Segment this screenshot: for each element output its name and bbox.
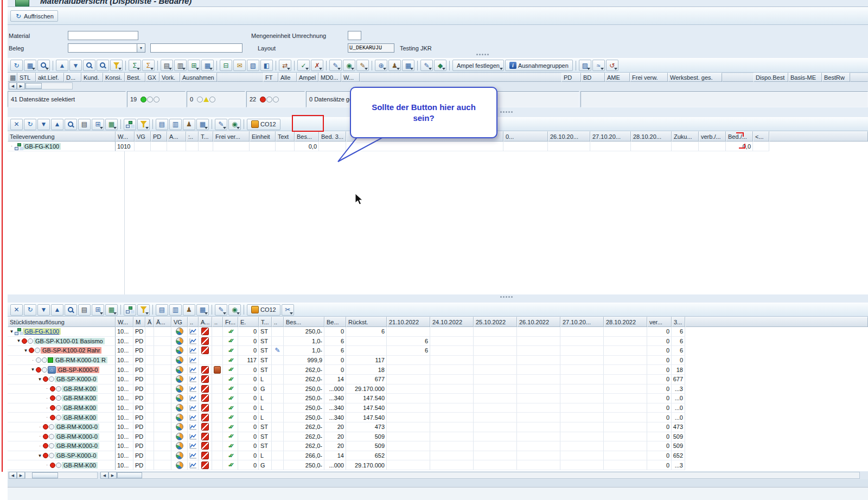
material-link[interactable]: GB-RM-K00 <box>62 386 98 392</box>
find-button[interactable] <box>65 304 77 316</box>
table-row[interactable]: ·GB-RM-K0010...PD✓0L250,0-...340147.5400… <box>8 403 868 413</box>
mengeneinheit-input[interactable] <box>348 31 361 40</box>
local-file-button[interactable]: ◧ <box>260 60 273 71</box>
filter-column[interactable]: Basis-ME <box>788 73 822 82</box>
column-header[interactable]: Fr... <box>223 317 238 327</box>
search-button[interactable] <box>37 60 50 71</box>
print-preview-button[interactable]: ▥ <box>174 60 187 71</box>
set-filter-button[interactable] <box>110 60 123 71</box>
expand-all-button[interactable]: ▲ <box>51 119 63 130</box>
column-header[interactable]: Zuku... <box>672 131 699 142</box>
display-material-button[interactable]: ◉ <box>228 304 241 316</box>
print-button[interactable]: ▤ <box>161 60 173 71</box>
statistics-button[interactable]: ▦ <box>402 60 414 71</box>
filter-column[interactable]: Werksbest. ges. <box>668 73 722 82</box>
table-row[interactable]: ▼⌂GB-SP-K000-010...PD✓0ST262,0-018018 <box>8 365 868 375</box>
partner-button[interactable]: ♟ <box>183 119 195 130</box>
scrollbar-thumb[interactable] <box>25 83 42 89</box>
compare-materials-button[interactable]: ⇄ <box>279 60 291 71</box>
deselect-all-button[interactable]: ✗ <box>311 60 323 71</box>
material-link[interactable]: GB-RM-K000-0 <box>55 433 99 440</box>
collapse-all-button[interactable]: ▼ <box>37 119 50 130</box>
column-header[interactable]: 26.10.2022 <box>517 317 560 327</box>
hierarchy-button[interactable] <box>124 304 136 316</box>
collapse-all-button[interactable]: ▼ <box>37 304 50 316</box>
filter-button[interactable] <box>137 304 150 316</box>
column-header[interactable]: 27.10.20... <box>560 317 604 327</box>
choose-details-button[interactable]: ▦ <box>24 60 36 71</box>
column-header[interactable]: Frei ver... <box>213 131 250 142</box>
material-link[interactable]: GB-FG-K100 <box>23 328 61 335</box>
total-button[interactable]: Σ <box>129 60 141 71</box>
order-report-button[interactable]: ▦ <box>196 304 209 316</box>
find-next-button[interactable] <box>97 60 109 71</box>
material-link[interactable]: GB-RM-K000-01 R <box>54 357 107 363</box>
period-totals-button[interactable]: ▥ <box>169 119 182 130</box>
material-link[interactable]: GB-RM-K00 <box>62 405 98 411</box>
filter-column[interactable]: Best. <box>125 73 145 82</box>
ampel-festlegen-button[interactable]: Ampel festlegen <box>452 60 504 71</box>
select-all-button[interactable]: ✓ <box>297 60 310 71</box>
refresh-button[interactable]: ↻ Auffrischen <box>10 10 58 22</box>
vendor-info-button[interactable]: ♟ <box>388 60 401 71</box>
layout-input[interactable] <box>348 43 394 53</box>
scroll-left-button[interactable]: ◀ <box>9 472 17 479</box>
beleg-dropdown-button[interactable]: ▼ <box>137 43 145 53</box>
collapse-node-toggle[interactable]: ▼ <box>30 367 36 372</box>
table-row[interactable]: ·GB-RM-K000-010...PD✓0ST262,0-205090509 <box>8 432 868 442</box>
filter-column[interactable]: Ampel <box>297 73 318 82</box>
material-link[interactable]: GB-RM-K000-0 <box>55 424 99 430</box>
column-header[interactable]: Be... <box>324 317 346 327</box>
material-input[interactable] <box>68 31 138 40</box>
filter-column[interactable]: D... <box>64 73 81 82</box>
scroll-left-button[interactable]: ◀ <box>9 82 17 89</box>
column-header[interactable]: M <box>133 317 145 327</box>
subtotal-button[interactable]: Σ <box>142 60 155 71</box>
column-header[interactable]: 24.10.2022 <box>430 317 474 327</box>
cut-button[interactable]: ✂ <box>282 304 294 316</box>
refresh-button[interactable]: ↻ <box>24 119 36 130</box>
column-header[interactable]: 21.10.2022 <box>387 317 430 327</box>
material-link[interactable]: GB-RM-K00 <box>62 462 98 469</box>
column-header[interactable]: 25.10.2022 <box>474 317 517 327</box>
sort-descending-button[interactable]: ▼ <box>69 60 82 71</box>
column-header[interactable]: A... <box>167 131 186 142</box>
list-display-button[interactable]: ▤ <box>156 304 168 316</box>
export-button[interactable]: ▦ <box>105 119 118 130</box>
filter-column[interactable]: BD <box>581 73 605 82</box>
grid-icon-cell[interactable]: ▦ <box>8 73 17 82</box>
table-row[interactable]: ·GB-RM-K000-010...PD✓0ST262,0-205090509 <box>8 441 868 451</box>
reset-button[interactable]: ↺ <box>606 60 618 71</box>
table-row[interactable]: ·GB-RM-K0010...PD✓0G250,0-...00029.170.0… <box>8 384 868 394</box>
scrollbar-track[interactable] <box>117 472 860 479</box>
co12-button[interactable]: CO12 <box>247 304 280 316</box>
refresh-button[interactable]: ↻ <box>24 304 36 316</box>
collapse-node-toggle[interactable]: ▼ <box>23 348 29 353</box>
column-header[interactable]: Teileverwendung <box>8 131 116 142</box>
filter-column[interactable]: W... <box>341 73 360 82</box>
scroll-right-button[interactable]: ▶ <box>108 472 117 479</box>
scroll-right-button[interactable]: ▶ <box>17 82 25 89</box>
filter-column[interactable]: FT <box>263 73 278 82</box>
column-header[interactable]: T... <box>259 317 272 327</box>
column-header[interactable]: PD <box>151 131 167 142</box>
find-button[interactable] <box>83 60 95 71</box>
scrollbar-thumb[interactable] <box>117 472 142 478</box>
refresh-button[interactable]: ↻ <box>10 60 23 71</box>
material-link[interactable]: GB-RM-K00 <box>62 414 98 421</box>
collapse-node-toggle[interactable]: ▼ <box>16 338 22 343</box>
filter-column[interactable]: Kund. <box>81 73 103 82</box>
filter-column[interactable]: AME <box>605 73 630 82</box>
ausnahmegruppen-button[interactable]: iAusnahmegruppen <box>505 60 573 71</box>
sort-ascending-button[interactable]: ▲ <box>56 60 68 71</box>
simulation-button[interactable]: ◆ <box>434 60 446 71</box>
filter-button[interactable] <box>137 119 150 130</box>
table-row[interactable]: ▼GB-SP-K100-02 Rahr10...PD✓0ST✎1,0-6606 <box>8 346 868 356</box>
column-header[interactable]: :.. <box>186 131 199 142</box>
table-row[interactable]: ·GB-RM-K000-01 R10...PD✓117ST999,9011700 <box>8 356 868 366</box>
process-material-button[interactable]: ✎ <box>329 60 342 71</box>
create-order-button[interactable]: ⊕ <box>375 60 387 71</box>
column-header[interactable]: VG <box>171 317 188 327</box>
column-header[interactable]: W... <box>116 317 133 327</box>
table-row[interactable]: ·GB-RM-K0010...PD✓0L250,0-...340147.5400… <box>8 394 868 403</box>
